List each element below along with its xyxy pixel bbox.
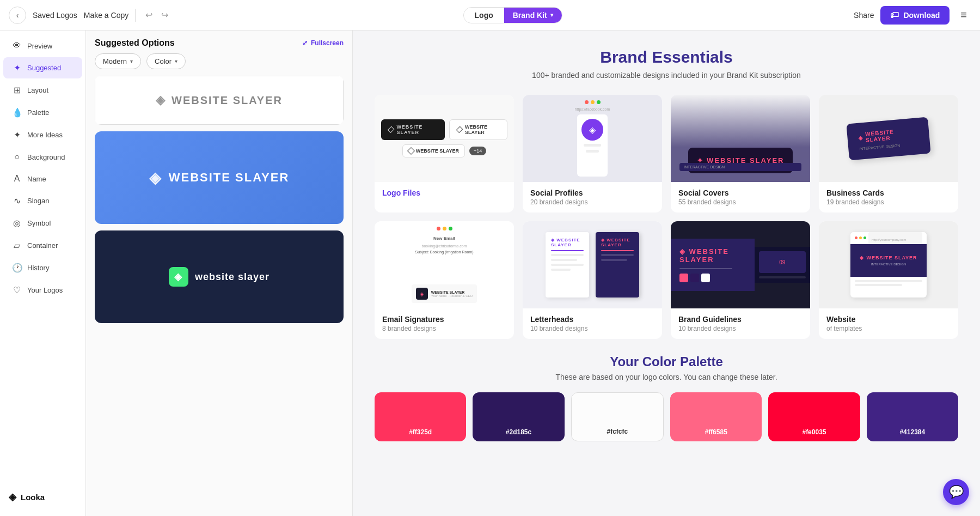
- email-sig-text: WEBSITE SLAYER Your name · Founder & CEO: [431, 290, 473, 298]
- lh-l3: [551, 264, 584, 266]
- brand-guidelines-count: 10 branded designs: [678, 325, 803, 332]
- sidebar-item-suggested[interactable]: ✦ Suggested: [3, 57, 82, 78]
- brand-card-social-covers[interactable]: ✦ WEBSITE SLAYER INTERACTIVE DESIGN Soci…: [671, 95, 810, 213]
- more-ideas-icon: ✦: [12, 130, 22, 140]
- email-sig-block: ◈ WEBSITE SLAYER Your name · Founder & C…: [412, 284, 477, 303]
- color-swatch-1[interactable]: #ff325d: [375, 392, 466, 441]
- color-swatch-4[interactable]: #ff6585: [670, 392, 762, 441]
- letterhead-paper-dark: ◈ WEBSITE SLAYER: [596, 232, 639, 298]
- lh-dl2: [601, 259, 627, 261]
- undo-redo-group: ↩ ↪: [142, 8, 171, 22]
- brand-card-email-signatures[interactable]: New Email booking@chrisaforms.com Subjec…: [375, 221, 514, 339]
- sidebar-item-layout[interactable]: ⊞ Layout: [3, 80, 82, 101]
- email-signatures-info: Email Signatures 8 branded designs: [375, 308, 514, 339]
- bc-logo: ◈ WEBSITE SLAYER: [858, 126, 918, 144]
- color-palette-title: Your Color Palette: [375, 354, 958, 369]
- logo-brand-toggle: Logo Brand Kit ▾: [463, 7, 562, 23]
- email-dot-g: [449, 227, 452, 230]
- brand-kit-label: Brand Kit: [513, 11, 547, 20]
- sidebar-item-palette[interactable]: 💧 Palette: [3, 102, 82, 123]
- lf-sym-light: [456, 126, 463, 133]
- logo-outline-text: WEBSITE SLAYER: [171, 94, 283, 107]
- logo-card-outline[interactable]: ◈ WEBSITE SLAYER: [95, 76, 344, 125]
- sidebar-item-symbol[interactable]: ◎ Symbol: [3, 213, 82, 234]
- brand-kit-tab[interactable]: Brand Kit ▾: [504, 8, 562, 23]
- color-swatch-6[interactable]: #412384: [867, 392, 958, 441]
- sp-url: https://facebook.com: [573, 106, 612, 112]
- dot-yellow: [591, 100, 595, 104]
- brand-card-social-profiles[interactable]: https://facebook.com ◈ Social Profiles 2…: [523, 95, 662, 213]
- sidebar-label-more-ideas: More Ideas: [27, 131, 63, 139]
- saved-logos-link[interactable]: Saved Logos: [33, 11, 77, 20]
- logo-diamond-icon: ◈: [156, 93, 166, 107]
- sidebar-item-preview[interactable]: 👁 Preview: [3, 35, 82, 56]
- brand-card-business-cards[interactable]: ◈ WEBSITE SLAYER INTERACTIVE DESIGN Busi…: [819, 95, 958, 213]
- sidebar-item-your-logos[interactable]: ♡ Your Logos: [3, 280, 82, 301]
- logo-card-blue[interactable]: ◈ WEBSITE SLAYER: [95, 131, 344, 224]
- brand-card-letterheads[interactable]: ◈ WEBSITE SLAYER ◈ WEBSITE SLAYER: [523, 221, 662, 339]
- sidebar-label-layout: Layout: [27, 86, 48, 94]
- sidebar-label-name: Name: [27, 175, 46, 183]
- lh-accent: [551, 250, 584, 251]
- sidebar-item-name[interactable]: A Name: [3, 168, 82, 189]
- fullscreen-button[interactable]: ⤢ Fullscreen: [302, 39, 344, 47]
- redo-button[interactable]: ↪: [158, 8, 171, 22]
- menu-button[interactable]: ≡: [956, 7, 971, 23]
- center-panel-title: Suggested Options: [95, 38, 175, 48]
- email-sig-role: Your name · Founder & CEO: [431, 294, 473, 298]
- website-url-text: http://yourcompany.com: [872, 238, 906, 241]
- bg-c2: [690, 274, 699, 282]
- sp-line1: [584, 144, 601, 147]
- sidebar-item-more-ideas[interactable]: ✦ More Ideas: [3, 124, 82, 145]
- chat-bubble[interactable]: 💬: [943, 479, 969, 505]
- logo-files-info: Logo Files: [375, 182, 514, 205]
- separator: [135, 9, 136, 22]
- logo-tab[interactable]: Logo: [464, 8, 504, 23]
- letterhead-paper: ◈ WEBSITE SLAYER: [546, 232, 589, 298]
- email-signatures-count: 8 branded designs: [382, 325, 506, 332]
- bg-preview-num: 09: [779, 259, 785, 265]
- email-dots: [437, 227, 452, 230]
- social-covers-name: Social Covers: [678, 189, 803, 197]
- logo-card-dark[interactable]: ◈ website slayer: [95, 230, 344, 323]
- website-info: Website of templates: [819, 308, 958, 339]
- sidebar-item-history[interactable]: 🕐 History: [3, 257, 82, 278]
- filter-modern-button[interactable]: Modern ▾: [95, 53, 141, 69]
- website-logo-icon: ◈: [860, 255, 864, 260]
- wc-l2: [855, 284, 902, 286]
- lf-text-light: WEBSITE SLAYER: [465, 124, 499, 135]
- bc-card: ◈ WEBSITE SLAYER INTERACTIVE DESIGN: [846, 117, 930, 160]
- download-button[interactable]: 🏷 Download: [880, 6, 950, 25]
- back-button[interactable]: ‹: [9, 7, 26, 24]
- undo-button[interactable]: ↩: [142, 8, 156, 22]
- sidebar-item-slogan[interactable]: ∿ Slogan: [3, 190, 82, 211]
- website-nav: http://yourcompany.com: [850, 232, 927, 244]
- sidebar-item-background[interactable]: ○ Background: [3, 147, 82, 167]
- social-profiles-info: Social Profiles 20 branded designs: [523, 182, 662, 213]
- website-nav-dots: [855, 236, 866, 239]
- website-tagline: INTERACTIVE DESIGN: [871, 263, 906, 266]
- share-button[interactable]: Share: [854, 11, 874, 20]
- color-swatch-3[interactable]: #fcfcfc: [571, 392, 664, 441]
- color-swatch-5[interactable]: #fe0035: [768, 392, 860, 441]
- lf-sym-dark: [388, 126, 395, 133]
- color-swatch-label-6: #412384: [899, 428, 925, 436]
- color-swatch-2[interactable]: #2d185c: [473, 392, 564, 441]
- topbar: ‹ Saved Logos Make a Copy ↩ ↪ Logo Brand…: [0, 0, 980, 31]
- email-subject-line: Subject: Booking (Irrigation Room): [415, 250, 474, 254]
- sidebar-item-container[interactable]: ▱ Container: [3, 235, 82, 256]
- website-logo: ◈ WEBSITE SLAYER: [860, 255, 917, 260]
- make-copy-link[interactable]: Make a Copy: [84, 11, 128, 20]
- logo-blue-content: ◈ WEBSITE SLAYER: [149, 169, 290, 187]
- sidebar-label-container: Container: [27, 241, 58, 250]
- bg-r-line: [759, 276, 806, 278]
- bg-preview-box: 09: [759, 251, 806, 273]
- bg-c1: [679, 274, 688, 282]
- filter-color-button[interactable]: Color ▾: [146, 53, 186, 69]
- brand-card-logo-files[interactable]: WEBSITE SLAYER WEBSITE SLAYER WEBSITE SL…: [375, 95, 514, 213]
- brand-card-website[interactable]: http://yourcompany.com ◈ WEBSITE SLAYER …: [819, 221, 958, 339]
- color-swatch-label-2: #2d185c: [506, 428, 531, 436]
- brand-card-brand-guidelines[interactable]: ◈ WEBSITE SLAYER 09: [671, 221, 810, 339]
- social-covers-count: 55 branded designs: [678, 198, 803, 206]
- lf-light-variant: WEBSITE SLAYER: [449, 119, 507, 140]
